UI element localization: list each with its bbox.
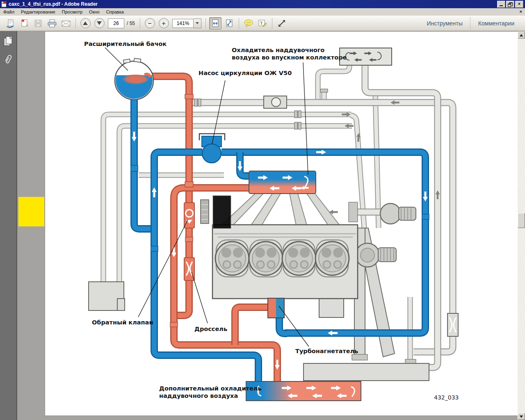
label-additional-cooler-1: Дополнительный охладитель [159, 385, 262, 392]
menu-view[interactable]: Просмотр [59, 9, 86, 15]
zoom-in-button[interactable]: + [158, 17, 170, 30]
window-title: caxc_1_4_tfsi_rus.pdf - Adobe Reader [9, 1, 98, 7]
zoom-level-combobox[interactable]: 141% [172, 19, 201, 28]
pdf-page: Расширительный бачок Охладитель наддувоч… [45, 32, 518, 415]
print-button[interactable] [46, 17, 58, 30]
share-document-icon [6, 19, 15, 28]
radiator [340, 48, 392, 65]
email-icon [61, 19, 71, 28]
fullscreen-button[interactable] [276, 17, 288, 30]
toolbar-separator [140, 18, 140, 29]
toolbar-separator [75, 18, 76, 29]
label-turbocharger: Турбонагнетатель [295, 348, 358, 354]
scroll-down-button[interactable] [518, 413, 525, 420]
previous-page-icon [83, 21, 88, 25]
title-bar: caxc_1_4_tfsi_rus.pdf - Adobe Reader × [0, 0, 525, 8]
toolbar-separator [239, 18, 239, 29]
document-pane: Расширительный бачок Охладитель наддувоч… [18, 31, 518, 420]
svg-text:T: T [260, 21, 263, 25]
create-pdf-button[interactable] [18, 17, 30, 30]
menu-help[interactable]: Справка [103, 9, 127, 15]
reservoir-box [89, 282, 125, 310]
restore-icon [509, 2, 513, 6]
engine-sump-block [304, 363, 429, 381]
restore-button[interactable] [506, 1, 514, 8]
menu-bar: Файл Редактирование Просмотр Окно Справк… [0, 8, 525, 16]
menu-edit[interactable]: Редактирование [18, 9, 59, 15]
fullscreen-icon [277, 19, 286, 28]
page-total-label: / 55 [127, 21, 135, 26]
save-icon [34, 19, 43, 28]
cooling-system-diagram: Расширительный бачок Охладитель наддувоч… [45, 32, 518, 415]
save-button[interactable] [32, 17, 44, 30]
close-button[interactable]: × [515, 1, 523, 8]
zoom-level-value: 141% [172, 19, 194, 28]
menu-window[interactable]: Окно [86, 9, 103, 15]
attachments-icon[interactable] [3, 53, 14, 66]
scroll-down-icon [520, 415, 523, 418]
comment-button[interactable] [242, 17, 255, 30]
pdf-file-icon [1, 1, 7, 7]
next-page-button[interactable] [93, 17, 105, 30]
scroll-up-icon [520, 34, 523, 37]
label-charge-air-cooler-2: воздуха во впускном коллекторе [232, 54, 347, 61]
engine-block [201, 194, 358, 299]
air-valve [264, 96, 287, 108]
scrollbar-thumb[interactable] [518, 213, 525, 228]
text-annotation-icon: T [258, 19, 267, 28]
zoom-out-icon: − [145, 18, 155, 28]
comment-bubble-icon [244, 19, 253, 28]
page-thumbnails-icon[interactable] [3, 36, 14, 48]
navigation-sidebar [0, 31, 17, 420]
fit-page-button[interactable] [223, 17, 235, 30]
toolbar-separator [272, 18, 272, 29]
figure-number: 432_033 [434, 394, 459, 401]
label-throttle: Дроссель [194, 326, 227, 332]
chevron-down-icon [196, 22, 199, 24]
catalyst-box [319, 299, 344, 317]
toolbar-separator [205, 18, 206, 29]
fit-page-icon [225, 19, 233, 28]
comments-panel-button[interactable]: Комментарии [471, 20, 522, 27]
expansion-tank [114, 58, 154, 100]
zoom-dropdown-button[interactable] [194, 18, 201, 28]
fit-width-button[interactable] [209, 17, 221, 30]
previous-page-button[interactable] [79, 17, 91, 30]
zoom-in-icon: + [159, 18, 169, 28]
fit-width-icon [211, 19, 219, 28]
zoom-out-button[interactable]: − [144, 17, 156, 30]
minimize-icon [500, 5, 503, 6]
highlight-square [18, 197, 44, 226]
page-number-input[interactable] [108, 18, 124, 28]
air-throttle-valve [447, 313, 458, 336]
email-button[interactable] [60, 17, 72, 30]
additional-charge-air-cooler [246, 381, 361, 401]
coolant-pump [199, 134, 225, 163]
next-page-icon [97, 21, 102, 25]
close-icon: × [518, 2, 520, 6]
menu-file[interactable]: Файл [0, 9, 18, 15]
vertical-scrollbar[interactable] [518, 32, 525, 420]
share-document-button[interactable] [4, 17, 16, 30]
print-icon [47, 19, 57, 28]
tools-panel-button[interactable]: Инструменты [420, 20, 470, 27]
coolant-throttle [184, 258, 194, 281]
charge-air-cooler [249, 171, 316, 194]
scroll-up-button[interactable] [518, 32, 525, 39]
text-annotation-button[interactable]: T [256, 17, 269, 30]
close-document-button[interactable]: × [520, 9, 522, 14]
minimize-button[interactable] [497, 1, 505, 8]
create-pdf-icon [20, 19, 29, 28]
label-expansion-tank: Расширительный бачок [84, 41, 167, 47]
label-check-valve: Обратный клапан [92, 319, 153, 326]
turbocharger [268, 298, 284, 318]
label-coolant-pump: Насос циркуляции ОЖ V50 [199, 70, 292, 76]
toolbar: / 55 − + 141% T [0, 16, 525, 31]
label-additional-cooler-2: наддувочного воздуха [159, 393, 238, 399]
label-charge-air-cooler-1: Охладитель наддувочного [232, 47, 324, 53]
